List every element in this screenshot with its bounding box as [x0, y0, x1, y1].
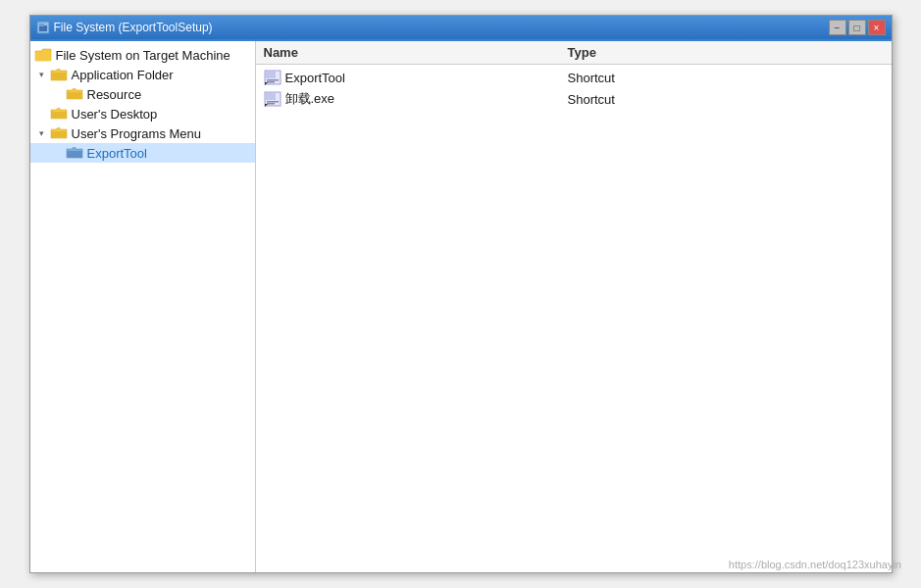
- tree-item-app-folder[interactable]: ▾ Application Folder: [30, 65, 255, 84]
- detail-type-2: Shortcut: [568, 92, 764, 107]
- svg-rect-6: [267, 81, 275, 83]
- app-folder-icon: [50, 68, 68, 81]
- users-desktop-folder-icon: [50, 107, 68, 121]
- detail-row-1[interactable]: ExportTool Shortcut: [256, 67, 892, 88]
- svg-rect-11: [267, 103, 275, 105]
- toggle-users-programs: ▾: [34, 125, 50, 141]
- tree-item-users-programs[interactable]: ▾ User's Programs Menu: [30, 123, 255, 143]
- svg-rect-10: [267, 101, 279, 103]
- toggle-app-folder: ▾: [34, 67, 50, 82]
- col-name: Name: [264, 45, 568, 60]
- detail-name-2: 卸载.exe: [264, 90, 568, 108]
- content-area: File System on Target Machine ▾ Applicat…: [30, 39, 892, 572]
- users-desktop-label: User's Desktop: [72, 107, 158, 122]
- detail-header: Name Type: [256, 41, 892, 65]
- main-window: File System (ExportToolSetup) − □ × File…: [29, 15, 893, 573]
- row1-name: ExportTool: [285, 71, 345, 85]
- minimize-button[interactable]: −: [829, 20, 846, 35]
- detail-type-1: Shortcut: [568, 71, 764, 85]
- window-icon: [36, 21, 50, 34]
- detail-name-1: ExportTool: [264, 70, 568, 85]
- col-type: Type: [568, 45, 764, 60]
- tree-item-resource[interactable]: Resource: [30, 84, 255, 104]
- title-bar-left: File System (ExportToolSetup): [36, 21, 213, 34]
- window-title: File System (ExportToolSetup): [54, 21, 213, 34]
- tree-item-export-tool[interactable]: ExportTool: [30, 143, 255, 163]
- users-programs-label: User's Programs Menu: [72, 126, 202, 141]
- svg-rect-5: [267, 79, 279, 81]
- row2-name: 卸载.exe: [285, 90, 335, 108]
- title-bar-controls: − □ ×: [829, 20, 886, 35]
- header-folder-icon: [34, 48, 52, 62]
- close-button[interactable]: ×: [868, 20, 886, 35]
- export-tool-label: ExportTool: [87, 146, 147, 161]
- resource-label: Resource: [87, 87, 142, 102]
- watermark: https://blog.csdn.net/doq123xuhayin: [729, 559, 901, 570]
- maximize-button[interactable]: □: [848, 20, 866, 35]
- export-tool-folder-icon: [66, 146, 83, 160]
- tree-header: File System on Target Machine: [30, 45, 255, 65]
- right-panel: Name Type ExportTool: [256, 41, 892, 572]
- toggle-users-desktop: [34, 106, 50, 122]
- resource-folder-icon: [66, 87, 83, 101]
- title-bar: File System (ExportToolSetup) − □ ×: [30, 16, 892, 39]
- tree-header-label: File System on Target Machine: [56, 48, 230, 63]
- left-panel: File System on Target Machine ▾ Applicat…: [30, 41, 256, 572]
- detail-row-2[interactable]: 卸载.exe Shortcut: [256, 88, 892, 110]
- svg-rect-4: [266, 72, 276, 78]
- detail-rows: ExportTool Shortcut 卸载.exe: [256, 65, 892, 572]
- svg-rect-9: [266, 93, 276, 100]
- tree-item-users-desktop[interactable]: User's Desktop: [30, 104, 255, 123]
- users-programs-folder-icon: [50, 126, 68, 140]
- app-folder-label: Application Folder: [72, 68, 174, 82]
- svg-rect-2: [39, 24, 44, 26]
